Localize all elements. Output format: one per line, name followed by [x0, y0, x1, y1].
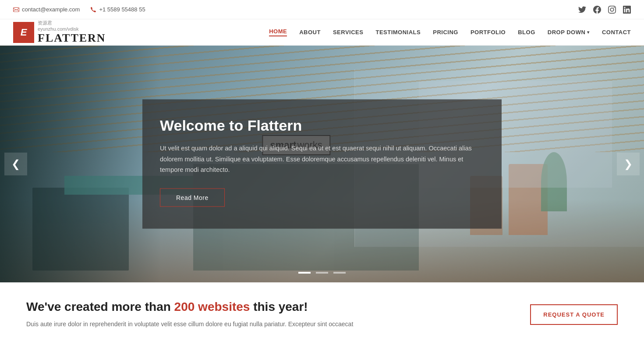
linkedin-icon[interactable] — [623, 6, 631, 14]
top-bar: contact@example.com +1 5589 55488 55 — [0, 0, 644, 19]
phone-text: +1 5589 55488 55 — [99, 6, 145, 13]
header: E 资源君 eyunzhu.com/vdisk FLATTERN HOME AB… — [0, 19, 644, 46]
bottom-section: We've created more than 200 websites thi… — [0, 282, 644, 342]
social-icons — [578, 6, 631, 14]
headline-end: this year! — [250, 300, 308, 314]
dropdown-arrow-icon: ▾ — [587, 30, 590, 35]
request-quote-button[interactable]: REQUEST A QUOTE — [530, 304, 618, 325]
main-nav: HOME ABOUT SERVICES TESTIMONIALS PRICING… — [269, 28, 631, 36]
slide-indicators — [298, 272, 346, 274]
hero-content-box: Welcome to Flattern Ut velit est quam do… — [142, 100, 502, 229]
nav-item-about[interactable]: ABOUT — [299, 29, 321, 36]
slide-dot-3[interactable] — [333, 272, 346, 274]
bottom-cta-block: REQUEST A QUOTE — [530, 304, 618, 325]
slide-dot-2[interactable] — [316, 272, 328, 274]
top-bar-left: contact@example.com +1 5589 55488 55 — [13, 6, 145, 13]
logo-letter: E — [21, 27, 27, 38]
logo-brand: FLATTERN — [38, 32, 106, 45]
office-sofa-dark — [32, 188, 129, 271]
phone-contact: +1 5589 55488 55 — [90, 6, 145, 13]
nav-item-home[interactable]: HOME — [269, 28, 287, 36]
logo-subtitle: 资源君 eyunzhu.com/vdisk — [38, 20, 106, 32]
logo: E 资源君 eyunzhu.com/vdisk FLATTERN — [13, 20, 106, 45]
nav-item-contact[interactable]: CONTACT — [602, 29, 631, 36]
email-contact: contact@example.com — [13, 6, 80, 13]
hero-read-more-button[interactable]: Read More — [160, 188, 225, 207]
logo-text-wrap: 资源君 eyunzhu.com/vdisk FLATTERN — [38, 20, 106, 45]
slide-dot-1[interactable] — [298, 272, 311, 274]
nav-item-services[interactable]: SERVICES — [333, 29, 364, 36]
nav-item-portfolio[interactable]: PORTFOLIO — [471, 29, 506, 36]
hero-section: smartworks ❮ ❯ Welcome to Flattern Ut ve… — [0, 46, 644, 282]
bottom-subtext: Duis aute irure dolor in reprehenderit i… — [26, 319, 377, 329]
nav-item-testimonials[interactable]: TESTIMONIALS — [375, 29, 421, 36]
bottom-headline: We've created more than 200 websites thi… — [26, 300, 513, 314]
nav-item-blog[interactable]: BLOG — [518, 29, 535, 36]
twitter-icon[interactable] — [578, 6, 586, 14]
hero-next-button[interactable]: ❯ — [617, 153, 640, 175]
headline-highlight: 200 websites — [174, 300, 250, 314]
bottom-text-block: We've created more than 200 websites thi… — [26, 300, 513, 329]
phone-icon — [90, 7, 96, 13]
hero-prev-button[interactable]: ❮ — [4, 153, 27, 175]
logo-icon: E — [13, 22, 34, 43]
instagram-icon[interactable] — [608, 6, 616, 14]
envelope-icon — [13, 7, 19, 13]
nav-item-dropdown[interactable]: DROP DOWN ▾ — [548, 29, 590, 36]
facebook-icon[interactable] — [593, 6, 601, 14]
hero-description: Ut velit est quam dolor ad a aliquid qui… — [160, 143, 484, 175]
headline-start: We've created more than — [26, 300, 174, 314]
nav-item-pricing[interactable]: PRICING — [433, 29, 458, 36]
email-text: contact@example.com — [22, 6, 80, 13]
hero-title: Welcome to Flattern — [160, 117, 484, 134]
